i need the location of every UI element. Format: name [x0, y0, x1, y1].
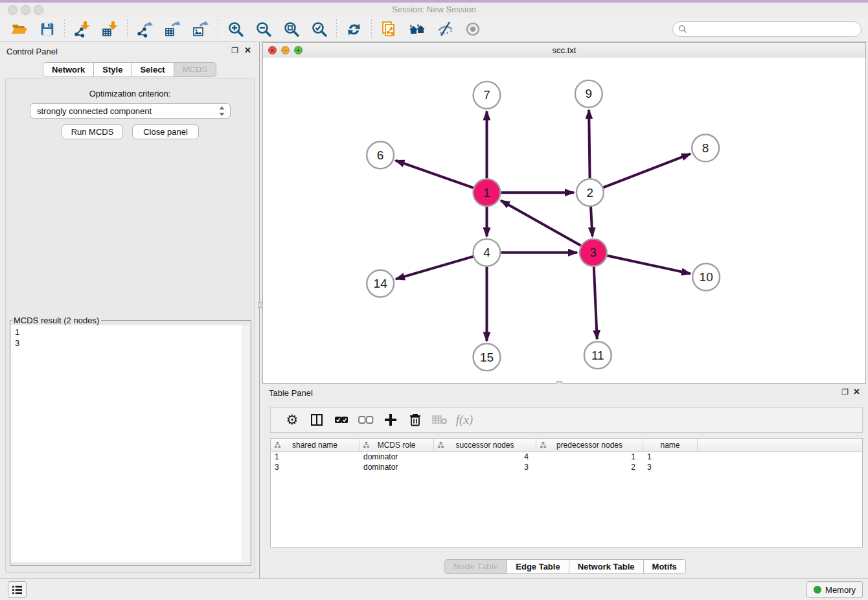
tab-node-table[interactable]: Node Table: [444, 559, 507, 574]
svg-text:4: 4: [483, 246, 490, 259]
column-header-MCDS-role[interactable]: MCDS role: [360, 439, 434, 451]
table-cell[interactable]: 1: [536, 452, 643, 461]
graph-node-4[interactable]: 4: [474, 239, 501, 266]
search-input[interactable]: [687, 23, 861, 36]
result-line: 1: [15, 327, 246, 338]
apply-layout-button[interactable]: [340, 19, 368, 40]
new-network-from-selection-button[interactable]: [375, 19, 403, 40]
export-image-button[interactable]: [187, 19, 214, 40]
tab-motifs[interactable]: Motifs: [644, 559, 686, 574]
table-cell[interactable]: 3: [434, 463, 536, 472]
tab-select[interactable]: Select: [131, 62, 174, 77]
float-table-panel-button[interactable]: ❐: [841, 387, 849, 397]
table-cell[interactable]: 1: [643, 452, 698, 461]
table-settings-button[interactable]: ⚙: [280, 410, 304, 430]
table-cell[interactable]: 4: [434, 452, 536, 461]
close-panel-button[interactable]: ✕: [244, 46, 251, 55]
tab-network-table[interactable]: Network Table: [569, 559, 644, 574]
run-mcds-button[interactable]: Run MCDS: [62, 124, 123, 139]
search-box[interactable]: [672, 21, 862, 37]
table-body: 1dominator4113dominator323: [271, 452, 862, 472]
add-row-button[interactable]: [378, 410, 403, 430]
criterion-select[interactable]: strongly connected component: [30, 103, 231, 119]
deselect-all-button[interactable]: [354, 410, 378, 430]
network-canvas[interactable]: 7968124314101511: [263, 58, 865, 383]
graph-edge-2-9[interactable]: [589, 110, 589, 179]
select-all-button[interactable]: [329, 410, 354, 430]
graph-edge-3-10[interactable]: [607, 255, 691, 273]
import-network-button[interactable]: [68, 19, 96, 40]
zoom-in-icon: [227, 21, 244, 38]
node-table: shared nameMCDS rolesuccessor nodesprede…: [270, 438, 863, 548]
show-all-button[interactable]: [459, 19, 486, 40]
table-cell[interactable]: 2: [536, 463, 643, 472]
first-neighbors-button[interactable]: [403, 19, 431, 40]
delete-row-button[interactable]: [403, 410, 428, 430]
delete-table-button[interactable]: [428, 410, 452, 430]
export-network-button[interactable]: [131, 19, 159, 40]
graph-node-10[interactable]: 10: [692, 264, 720, 291]
result-scrollbar[interactable]: [242, 325, 250, 562]
graph-edge-2-3[interactable]: [591, 207, 592, 237]
graph-edge-1-6[interactable]: [396, 161, 474, 188]
close-table-panel-button[interactable]: ✕: [853, 387, 860, 397]
table-cell[interactable]: dominator: [360, 452, 434, 461]
zoom-out-button[interactable]: [249, 19, 277, 40]
table-cell[interactable]: 3: [271, 463, 360, 472]
table-row[interactable]: 3dominator323: [271, 462, 862, 472]
titlebar[interactable]: Session: New Session: [0, 3, 868, 17]
result-line: 3: [15, 338, 246, 349]
graph-node-8[interactable]: 8: [692, 135, 719, 162]
export-table-icon: [165, 21, 181, 38]
status-bar: Memory: [0, 578, 868, 600]
graph-node-3[interactable]: 3: [580, 239, 607, 266]
memory-button[interactable]: Memory: [806, 581, 863, 598]
column-header-predecessor-nodes[interactable]: predecessor nodes: [536, 439, 643, 451]
vertical-splitter-handle[interactable]: [258, 302, 263, 308]
mcds-panel: Optimization criterion: strongly connect…: [5, 78, 255, 573]
import-table-button[interactable]: [96, 19, 124, 40]
eye-icon: [464, 21, 481, 38]
table-cell[interactable]: 1: [271, 452, 360, 461]
column-header-shared-name[interactable]: shared name: [271, 439, 360, 451]
graph-node-6[interactable]: 6: [367, 141, 394, 168]
close-panel-button-inner[interactable]: Close panel: [132, 124, 199, 139]
hide-selected-button[interactable]: [431, 19, 459, 40]
save-session-button[interactable]: [33, 19, 61, 40]
tab-mcds[interactable]: MCDS: [174, 62, 216, 77]
tab-edge-table[interactable]: Edge Table: [507, 559, 569, 574]
graph-node-1[interactable]: 1: [474, 179, 501, 206]
table-cell[interactable]: dominator: [360, 463, 434, 472]
mcds-result-textarea[interactable]: 1 3: [11, 325, 250, 562]
svg-text:11: 11: [591, 349, 604, 362]
apply-function-button[interactable]: f(x): [452, 410, 477, 430]
graph-node-2[interactable]: 2: [577, 179, 604, 206]
column-header-successor-nodes[interactable]: successor nodes: [434, 439, 536, 451]
graph-edge-3-11[interactable]: [594, 267, 597, 340]
graph-node-15[interactable]: 15: [474, 343, 501, 371]
task-history-button[interactable]: [8, 581, 27, 598]
zoom-in-button[interactable]: [222, 19, 249, 40]
tab-network[interactable]: Network: [43, 62, 94, 77]
graph-node-9[interactable]: 9: [575, 80, 602, 108]
graph-node-7[interactable]: 7: [474, 82, 501, 109]
application-window: Session: New Session: [0, 0, 868, 600]
graph-edge-4-14[interactable]: [396, 257, 473, 279]
graph-node-14[interactable]: 14: [367, 270, 394, 297]
column-header-name[interactable]: name: [643, 439, 698, 451]
zoom-fit-button[interactable]: [277, 19, 305, 40]
graph-node-11[interactable]: 11: [584, 341, 611, 369]
network-window-titlebar[interactable]: × − + scc.txt: [263, 43, 865, 58]
open-session-button[interactable]: [5, 19, 33, 40]
function-icon: f(x): [456, 413, 473, 427]
table-row[interactable]: 1dominator411: [271, 452, 862, 462]
tab-style[interactable]: Style: [94, 62, 131, 77]
zoom-selected-button[interactable]: [305, 19, 333, 40]
graph-edge-3-1[interactable]: [501, 200, 581, 246]
export-table-button[interactable]: [159, 19, 187, 40]
table-cell[interactable]: 3: [643, 463, 698, 472]
graph-edge-2-8[interactable]: [603, 154, 691, 187]
svg-text:3: 3: [590, 246, 597, 259]
column-visibility-button[interactable]: [304, 410, 329, 430]
float-panel-button[interactable]: ❐: [231, 46, 238, 55]
